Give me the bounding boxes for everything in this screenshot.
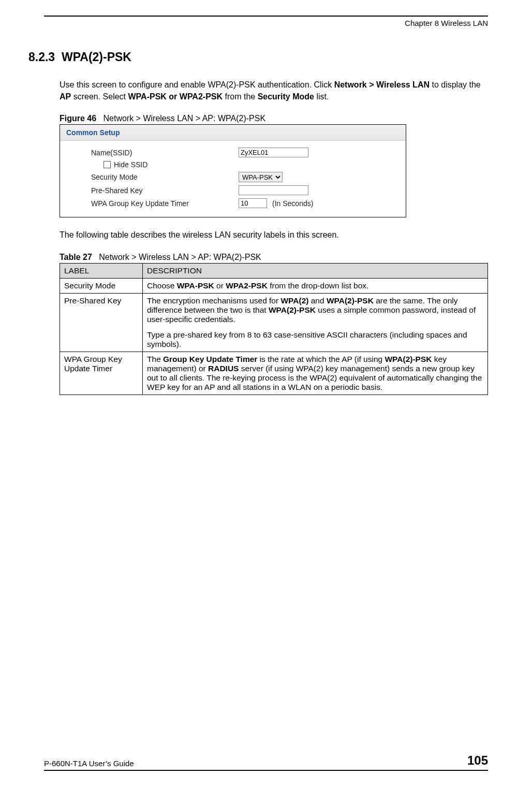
timer-label: WPA Group Key Update Timer (91, 199, 239, 208)
table-row: Security Mode Choose WPA-PSK or WPA2-PSK… (60, 278, 488, 293)
row-label: Pre-Shared Key (60, 293, 143, 352)
guide-name: P-660N-T1A User’s Guide (44, 759, 134, 768)
figure-panel: Common Setup Name(SSID) Hide SSID (60, 124, 406, 217)
figure-panel-title: Common Setup (66, 128, 120, 137)
section-heading: 8.2.3 WPA(2)-PSK (28, 50, 488, 64)
ssid-input[interactable] (239, 148, 308, 157)
ssid-label: Name(SSID) (91, 149, 239, 157)
section-number: 8.2.3 (28, 50, 55, 64)
row-label: WPA Group Key Update Timer (60, 352, 143, 394)
intro-paragraph: Use this screen to configure and enable … (60, 79, 488, 103)
hide-ssid-label: Hide SSID (114, 160, 147, 169)
timer-unit: (In Seconds) (272, 199, 313, 208)
security-mode-select[interactable]: WPA-PSK (239, 172, 283, 182)
table-intro-paragraph: The following table describes the wirele… (60, 229, 488, 241)
chapter-header: Chapter 8 Wireless LAN (44, 16, 488, 27)
row-description: The encryption mechanisms used for WPA(2… (143, 293, 488, 352)
table-row: Pre-Shared Key The encryption mechanisms… (60, 293, 488, 352)
page-footer: P-660N-T1A User’s Guide 105 (44, 753, 488, 771)
section-title: WPA(2)-PSK (62, 50, 131, 64)
th-label: LABEL (60, 263, 143, 278)
psk-label: Pre-Shared Key (91, 186, 239, 195)
figure-caption: Figure 46 Network > Wireless LAN > AP: W… (60, 114, 488, 123)
psk-input[interactable] (239, 185, 308, 195)
row-label: Security Mode (60, 278, 143, 293)
row-description: Choose WPA-PSK or WPA2-PSK from the drop… (143, 278, 488, 293)
table-row: WPA Group Key Update Timer The Group Key… (60, 352, 488, 394)
table-header-row: LABEL DESCRIPTION (60, 263, 488, 278)
timer-input[interactable] (239, 198, 267, 208)
hide-ssid-checkbox[interactable] (104, 161, 111, 168)
security-mode-label: Security Mode (91, 173, 239, 181)
th-description: DESCRIPTION (143, 263, 488, 278)
table-caption: Table 27 Network > Wireless LAN > AP: WP… (60, 253, 488, 262)
description-table: LABEL DESCRIPTION Security Mode Choose W… (60, 263, 488, 395)
figure-titlebar: Common Setup (60, 125, 406, 141)
row-description: The Group Key Update Timer is the rate a… (143, 352, 488, 394)
page-number: 105 (467, 753, 488, 768)
